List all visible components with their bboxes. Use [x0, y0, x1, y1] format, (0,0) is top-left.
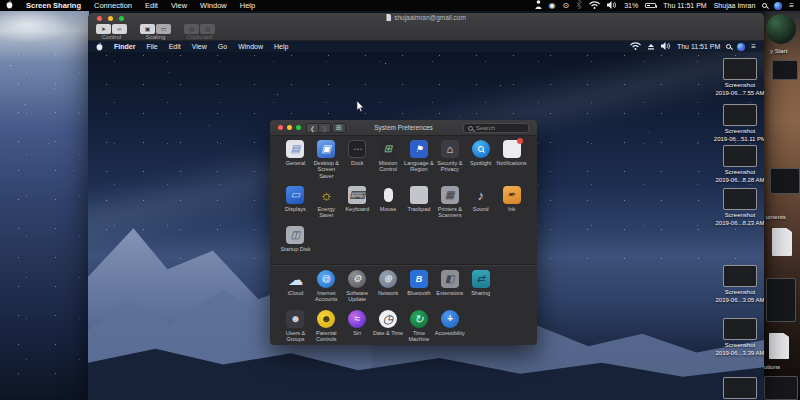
pref-displays[interactable]: ▭Displays — [280, 186, 311, 219]
pref-security-privacy[interactable]: ⌂Security & Privacy — [434, 140, 465, 179]
window-titlebar[interactable]: shujaaimran@gmail.com — [88, 13, 764, 23]
remote-clock[interactable]: Thu 11:51 PM — [677, 43, 720, 50]
host-desktop-thumbnail[interactable] — [772, 60, 798, 80]
eject-icon[interactable] — [647, 43, 655, 51]
pref-mouse[interactable]: Mouse — [373, 186, 404, 219]
remote-menu-edit[interactable]: Edit — [169, 43, 181, 50]
pref-siri[interactable]: ≈Siri — [342, 310, 373, 343]
pref-mission-control[interactable]: ⊞Mission Control — [373, 140, 404, 179]
desktop-icon[interactable]: Screenshot2019-06...8.28 AM — [706, 145, 764, 184]
pref-ink[interactable]: ✒Ink — [496, 186, 527, 219]
scaling-actual-button[interactable]: ▭ — [156, 24, 171, 34]
control-observe-button[interactable]: ∞ — [112, 24, 127, 34]
menu-connection[interactable]: Connection — [94, 1, 132, 10]
search-input[interactable]: Search — [463, 123, 529, 133]
spotlight-search-icon[interactable] — [762, 3, 767, 8]
pref-accessibility[interactable]: +Accessibility — [434, 310, 465, 343]
apple-menu-icon[interactable] — [96, 42, 103, 52]
pref-spotlight[interactable]: Spotlight — [465, 140, 496, 179]
menu-view[interactable]: View — [171, 1, 187, 10]
minimize-button[interactable] — [287, 125, 292, 130]
desktop-icon[interactable]: Screenshot2019-06...8.23 AM — [706, 188, 764, 227]
pref-software-update[interactable]: ⚙Software Update — [342, 270, 373, 303]
keychain-status-icon[interactable]: ⊙ — [563, 2, 570, 10]
user-menu[interactable]: Shujaa Imran — [714, 2, 756, 9]
menu-screen-sharing[interactable]: Screen Sharing — [26, 1, 81, 10]
zoom-button[interactable] — [296, 125, 301, 130]
desktop-icon[interactable]: Screenshot2019-06...3.39 AM — [706, 318, 764, 357]
pref-sharing[interactable]: ⇄Sharing — [465, 270, 496, 303]
desktop-icon[interactable]: Screenshot2019-06...51.11 PM — [706, 104, 764, 143]
pref-trackpad[interactable]: Trackpad — [404, 186, 435, 219]
notification-center-icon[interactable]: ≡ — [789, 2, 794, 10]
pref-bluetooth[interactable]: BBluetooth — [404, 270, 435, 303]
host-desktop-document-icon[interactable] — [772, 228, 792, 256]
notification-center-icon[interactable]: ≡ — [751, 43, 756, 51]
users-groups-icon: ☻ — [286, 310, 304, 328]
battery-icon[interactable] — [645, 3, 656, 8]
remote-menu-go[interactable]: Go — [218, 43, 227, 50]
host-desktop-thumbnail[interactable] — [770, 168, 800, 194]
host-desktop-document-icon[interactable] — [769, 333, 789, 359]
show-all-button[interactable]: ⊞ — [332, 123, 346, 133]
host-desktop-thumbnail[interactable] — [764, 376, 798, 400]
remote-menu-window[interactable]: Window — [238, 43, 263, 50]
forward-button[interactable]: ❯ — [318, 123, 331, 133]
spotlight-search-icon[interactable] — [726, 44, 731, 49]
pref-internet-accounts[interactable]: @Internet Accounts — [311, 270, 342, 303]
desktop-icon[interactable]: Screenshot2019-06...3.05 AM — [706, 265, 764, 304]
menu-window[interactable]: Window — [200, 1, 227, 10]
siri-icon[interactable] — [737, 43, 745, 51]
siri-icon[interactable] — [774, 2, 782, 10]
host-desktop-circle-icon[interactable] — [766, 14, 796, 44]
control-cursor-button[interactable]: ➤ — [96, 24, 111, 34]
menu-edit[interactable]: Edit — [145, 1, 158, 10]
remote-menu-help[interactable]: Help — [274, 43, 288, 50]
wifi-icon[interactable] — [589, 1, 600, 11]
volume-icon[interactable] — [607, 1, 617, 11]
pref-network[interactable]: ⊕Network — [373, 270, 404, 303]
pref-general[interactable]: ▤General — [280, 140, 311, 179]
pref-startup-disk[interactable]: ◫Startup Disk — [280, 226, 311, 252]
pref-notifications[interactable]: Notifications — [496, 140, 527, 179]
wifi-icon[interactable] — [630, 42, 641, 51]
bluetooth-icon[interactable] — [576, 0, 582, 11]
apple-menu-icon[interactable] — [6, 0, 13, 11]
pref-extensions[interactable]: ◧Extensions — [434, 270, 465, 303]
menu-help[interactable]: Help — [240, 1, 255, 10]
toolbar-group-clipboard: ▤ ▥ Clipboard — [184, 24, 215, 40]
siri-pref-icon: ≈ — [348, 310, 366, 328]
pref-keyboard[interactable]: ⌨Keyboard — [342, 186, 373, 219]
pref-icloud[interactable]: ☁iCloud — [280, 270, 311, 303]
close-button[interactable] — [278, 125, 283, 130]
desktop-icon[interactable]: Screenshot2019-06...7.55 AM — [706, 58, 764, 97]
pref-dock[interactable]: ⋯Dock — [342, 140, 373, 179]
remote-menu-finder[interactable]: Finder — [114, 43, 135, 50]
toolbar-group-scaling: ▣ ▭ Scaling — [140, 24, 171, 40]
close-button[interactable] — [97, 16, 102, 21]
pref-printers-scanners[interactable]: ▦Printers & Scanners — [434, 186, 465, 219]
host-clock[interactable]: Thu 11:51 PM — [663, 2, 706, 9]
sysprefs-titlebar[interactable]: ❮ ❯ ⊞ System Preferences Search — [270, 120, 537, 136]
system-preferences-window[interactable]: ❮ ❯ ⊞ System Preferences Search ▤General… — [270, 120, 537, 345]
pref-parental-controls[interactable]: ☻Parental Controls — [311, 310, 342, 343]
fast-user-switching-icon[interactable] — [535, 0, 542, 11]
zoom-button[interactable] — [119, 16, 124, 21]
remote-desktop-view[interactable]: Finder File Edit View Go Window Help Thu… — [88, 41, 764, 400]
scaling-fit-button[interactable]: ▣ — [140, 24, 155, 34]
pref-language-region[interactable]: ⚑Language & Region — [404, 140, 435, 179]
volume-icon[interactable] — [661, 42, 671, 51]
remote-menu-view[interactable]: View — [192, 43, 207, 50]
remote-menu-file[interactable]: File — [146, 43, 157, 50]
pref-date-time[interactable]: ◷Date & Time — [373, 310, 404, 343]
display-status-icon[interactable]: ◉ — [549, 2, 556, 10]
pref-energy-saver[interactable]: ☼Energy Saver — [311, 186, 342, 219]
spotlight-icon — [472, 140, 490, 158]
desktop-icon[interactable] — [706, 377, 764, 399]
minimize-button[interactable] — [108, 16, 113, 21]
pref-sound[interactable]: ♪Sound — [465, 186, 496, 219]
pref-time-machine[interactable]: ↻Time Machine — [404, 310, 435, 343]
pref-users-groups[interactable]: ☻Users & Groups — [280, 310, 311, 343]
host-desktop-thumbnail[interactable] — [766, 278, 796, 322]
pref-desktop-screen-saver[interactable]: ▣Desktop & Screen Saver — [311, 140, 342, 179]
